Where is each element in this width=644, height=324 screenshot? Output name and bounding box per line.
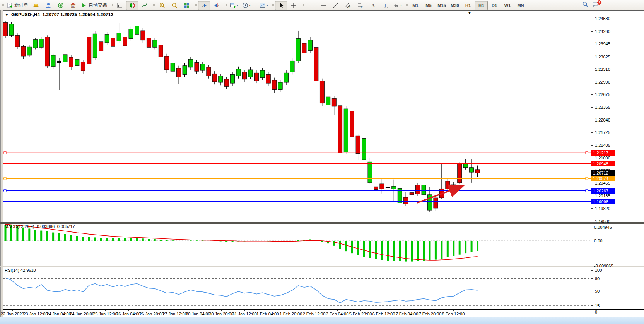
- candle: [33, 40, 38, 48]
- zoom-in-button[interactable]: [156, 1, 168, 10]
- gold-ingot-button[interactable]: [30, 1, 42, 10]
- chart-candlesticks-button[interactable]: [126, 1, 138, 10]
- tile-windows-button[interactable]: [181, 1, 193, 10]
- new-order-button[interactable]: 新订单: [5, 1, 30, 10]
- price-axis-label: 1.21725: [595, 130, 610, 135]
- new-chart-button[interactable]: ▾: [228, 1, 240, 10]
- macd-panel-canvas[interactable]: [3, 224, 591, 266]
- toolbar-grip: [153, 2, 155, 9]
- candle: [314, 47, 318, 81]
- price-axis-tick: [591, 183, 593, 183]
- timeframe-d1-button[interactable]: D1: [488, 1, 501, 10]
- timeframe-m5-button[interactable]: M5: [422, 1, 435, 10]
- text-icon: A: [370, 2, 376, 9]
- signals-button[interactable]: [55, 1, 67, 10]
- templates-dropdown-caret[interactable]: ▾: [266, 3, 268, 7]
- time-axis-tick: [407, 310, 407, 311]
- community-button[interactable]: [42, 1, 55, 10]
- line-handle[interactable]: [4, 152, 6, 154]
- chart-bars-button[interactable]: [114, 1, 126, 10]
- candle: [302, 43, 306, 53]
- search-icon[interactable]: [582, 1, 588, 7]
- line-handle[interactable]: [4, 190, 6, 192]
- toolbar-grip: [225, 2, 227, 9]
- timeframe-mn-button[interactable]: MN: [514, 1, 527, 10]
- candle: [416, 185, 420, 194]
- candle: [470, 168, 474, 172]
- line-handle[interactable]: [4, 177, 6, 180]
- price-axis-label: 1.23945: [595, 41, 610, 46]
- macd-axis-tick: [591, 266, 593, 266]
- rsi-panel-canvas[interactable]: [3, 267, 591, 309]
- timeframe-m15-button[interactable]: M15: [435, 1, 448, 10]
- zoom-out-icon: [171, 2, 178, 9]
- candle: [207, 67, 211, 76]
- bottom-status-strip: [0, 317, 644, 324]
- time-axis-tick: [128, 310, 129, 311]
- time-axis-tick: [59, 310, 59, 311]
- candle: [284, 73, 289, 82]
- periods-button[interactable]: ▾: [240, 1, 253, 10]
- vertical-line-button[interactable]: [305, 1, 317, 10]
- auto-scroll-button[interactable]: [198, 1, 210, 10]
- cursor-button[interactable]: [275, 1, 287, 10]
- timeframe-m1-button[interactable]: M1: [409, 1, 422, 10]
- arrows-dropdown-caret[interactable]: ▾: [400, 3, 402, 7]
- price-badge: 1.20267: [591, 188, 615, 194]
- candle: [410, 193, 414, 195]
- timeframe-w1-button[interactable]: W1: [501, 1, 514, 10]
- chat-button[interactable]: 1: [592, 1, 599, 7]
- candle: [236, 69, 241, 76]
- price-axis-tick: [591, 132, 593, 133]
- chart-line-button[interactable]: [138, 1, 151, 10]
- price-badge: 1.19998: [591, 199, 615, 204]
- timeframe-h4-button[interactable]: H4: [475, 1, 488, 10]
- time-axis-tick: [105, 310, 106, 311]
- chart-shift-marker[interactable]: ▼: [468, 11, 471, 15]
- chart-shift-button[interactable]: [210, 1, 223, 10]
- autotrading-button[interactable]: 自动交易: [79, 1, 109, 10]
- templates-button[interactable]: ▾: [258, 1, 270, 10]
- line-handle[interactable]: [586, 177, 588, 180]
- candle: [63, 55, 67, 62]
- text-label-button[interactable]: T: [379, 1, 391, 10]
- arrows-button[interactable]: ▾: [391, 1, 404, 10]
- candle: [338, 106, 342, 153]
- window-left-border: [0, 10, 3, 324]
- fibonacci-button[interactable]: F: [354, 1, 367, 10]
- chart-candlesticks-icon: [129, 2, 135, 9]
- trendline-icon: [333, 2, 339, 9]
- candle: [326, 97, 330, 105]
- text-button[interactable]: A: [367, 1, 379, 10]
- periods-dropdown-caret[interactable]: ▾: [249, 3, 251, 7]
- time-axis-tick: [198, 310, 198, 311]
- horizontal-line-button[interactable]: [317, 1, 330, 10]
- candle: [117, 33, 121, 41]
- main-chart-canvas[interactable]: [3, 11, 591, 222]
- text-label-icon: T: [382, 2, 388, 9]
- horizontal-line-icon: [320, 2, 326, 9]
- new-chart-dropdown-caret[interactable]: ▾: [237, 3, 238, 7]
- trendline-button[interactable]: [330, 1, 342, 10]
- time-axis-tick: [291, 310, 291, 311]
- timeframe-h1-button[interactable]: H1: [461, 1, 475, 10]
- candle: [278, 82, 282, 90]
- equidistant-channel-icon: E: [345, 2, 351, 9]
- timeframe-m30-button[interactable]: M30: [448, 1, 461, 10]
- equidistant-channel-button[interactable]: E: [342, 1, 354, 10]
- candle: [266, 74, 270, 83]
- candle: [15, 35, 19, 47]
- candle: [308, 40, 312, 51]
- candle: [350, 111, 354, 137]
- rsi-axis-tick: [591, 291, 593, 291]
- candle: [129, 29, 133, 39]
- price-axis-tick: [591, 208, 593, 209]
- line-handle[interactable]: [586, 190, 588, 192]
- line-handle[interactable]: [586, 152, 588, 154]
- crosshair-button[interactable]: [287, 1, 300, 10]
- zoom-out-button[interactable]: [168, 1, 181, 10]
- time-axis-tick: [430, 310, 430, 311]
- macd-axis-label: -0.009065: [594, 264, 613, 268]
- market-button[interactable]: [67, 1, 79, 10]
- community-icon: [45, 2, 51, 9]
